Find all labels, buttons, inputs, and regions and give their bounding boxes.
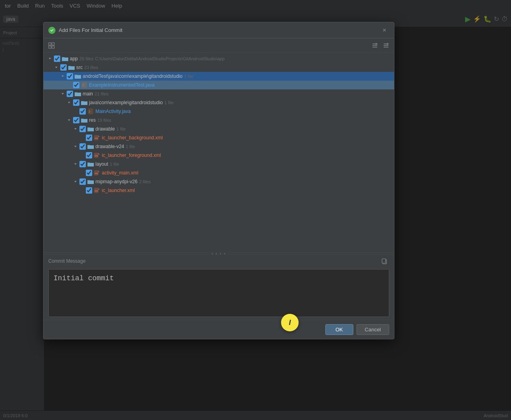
java-icon-MainActivity: J (87, 108, 94, 115)
toolbar-expand-all-icon[interactable] (381, 41, 391, 50)
tree-row-layout[interactable]: layout1 file (44, 160, 394, 168)
menu-item-vcs[interactable]: VCS (66, 2, 83, 10)
checkbox-main[interactable] (67, 91, 73, 97)
bug-icon[interactable]: 🐛 (483, 15, 491, 23)
tree-arrow-src[interactable] (53, 64, 59, 71)
tree-arrow-app[interactable] (47, 55, 53, 62)
tree-label-mipmap: mipmap-anydpi-v26 (95, 179, 137, 184)
checkbox-drawable_v24[interactable] (79, 143, 86, 150)
tree-arrow-java_main[interactable] (66, 99, 72, 106)
tree-row-ExampleInstrumentedTest[interactable]: JExampleInstrumentedTest.java (44, 81, 394, 89)
tree-arrow-androidTest[interactable] (59, 73, 66, 79)
tree-row-drawable_v24[interactable]: drawable-v241 file (44, 142, 394, 151)
tree-row-main[interactable]: main21 files (44, 89, 394, 98)
tree-arrow-res[interactable] (66, 117, 72, 123)
tree-label-ic_launcher_background: ic_launcher_background.xml (102, 135, 163, 141)
tree-meta-app: 26 files (79, 56, 93, 61)
tree-row-res[interactable]: res19 files (44, 116, 394, 125)
tree-path-app: C:\Users\DalonDidital\AndroidStudioProje… (95, 56, 225, 61)
cancel-button[interactable]: Cancel (357, 324, 389, 335)
checkbox-ExampleInstrumentedTest[interactable] (73, 82, 79, 88)
menu-item-window[interactable]: Window (83, 2, 108, 10)
checkbox-MainActivity[interactable] (79, 108, 86, 115)
svg-text:xml: xml (95, 137, 98, 139)
tree-row-mipmap[interactable]: mipmap-anydpi-v262 files (44, 177, 394, 186)
svg-rect-3 (49, 46, 51, 48)
tree-arrow-main[interactable] (59, 91, 66, 97)
commit-dialog: Add Files For Initial Commit × (43, 22, 394, 339)
file-tree[interactable]: app26 filesC:\Users\DalonDidital\Android… (44, 53, 394, 252)
profile-icon[interactable]: ⏱ (501, 16, 508, 23)
checkbox-ic_launcher_foreground[interactable] (86, 152, 92, 158)
tree-row-drawable[interactable]: drawable1 file (44, 125, 394, 133)
tree-row-ic_launcher_background[interactable]: xmlic_launcher_background.xml (44, 133, 394, 142)
status-right: AndroidStud (483, 413, 508, 418)
folder-icon-androidTest (75, 73, 81, 79)
tree-meta-layout: 1 file (110, 162, 119, 166)
tree-arrow-ic_launcher (79, 187, 85, 194)
svg-text:xml: xml (95, 155, 98, 157)
tree-arrow-activity_main (79, 170, 85, 176)
svg-marker-17 (68, 102, 70, 103)
menu-item-build[interactable]: Build (14, 2, 32, 10)
tree-label-drawable: drawable (95, 126, 115, 132)
tree-row-ic_launcher[interactable]: xmlic_launcher.xml (44, 186, 394, 195)
menu-item-tor[interactable]: tor (2, 2, 14, 10)
folder-icon-mipmap (87, 178, 94, 185)
dialog-close-button[interactable]: × (380, 26, 389, 35)
xml-icon-ic_launcher_foreground: xml (94, 152, 100, 158)
checkbox-androidTest[interactable] (67, 73, 73, 79)
tree-arrow-drawable[interactable] (72, 126, 79, 132)
panel-item-2: ) (2, 46, 42, 53)
checkbox-drawable[interactable] (79, 126, 86, 132)
checkbox-ic_launcher[interactable] (86, 187, 92, 194)
tree-row-MainActivity[interactable]: JMainActivity.java (44, 107, 394, 116)
svg-marker-23 (98, 135, 100, 137)
folder-icon-src (68, 64, 75, 71)
folder-icon-drawable_v24 (87, 143, 94, 150)
tree-arrow-drawable_v24[interactable] (72, 143, 79, 150)
checkbox-layout[interactable] (79, 161, 86, 167)
dialog-toolbar-left (47, 41, 56, 50)
svg-marker-27 (98, 153, 100, 155)
sync-icon[interactable]: ↻ (494, 15, 499, 23)
commit-label-bar: Commit Message (44, 255, 394, 267)
debug-icon[interactable]: ⚡ (473, 15, 481, 23)
tree-row-androidTest[interactable]: androidTest\java\com\example\gitandroids… (44, 72, 394, 81)
tree-arrow-MainActivity (72, 108, 79, 115)
menu-bar: tor Build Run Tools VCS Window Help (0, 0, 511, 11)
checkbox-app[interactable] (54, 55, 60, 62)
tree-label-app: app (70, 56, 78, 61)
checkbox-activity_main[interactable] (86, 170, 92, 176)
tree-arrow-layout[interactable] (72, 161, 79, 167)
folder-icon-res (81, 117, 87, 123)
tree-arrow-mipmap[interactable] (72, 178, 79, 185)
checkbox-ic_launcher_background[interactable] (86, 135, 92, 141)
svg-marker-11 (49, 58, 51, 59)
menu-item-run[interactable]: Run (32, 2, 48, 10)
tree-row-ic_launcher_foreground[interactable]: xmlic_launcher_foreground.xml (44, 151, 394, 160)
dialog-title-icon (48, 27, 55, 34)
dialog-titlebar: Add Files For Initial Commit × (44, 22, 394, 38)
checkbox-mipmap[interactable] (79, 178, 86, 185)
tree-row-java_main[interactable]: java\com\example\gitandroidstudio1 file (44, 98, 394, 107)
run-icon[interactable]: ▶ (465, 15, 471, 24)
tree-row-activity_main[interactable]: xmlactivity_main.xml (44, 168, 394, 177)
svg-rect-2 (52, 43, 54, 45)
status-bar: 0/1/2018 6:0 AndroidStud (0, 410, 511, 420)
toolbar-collapse-all-icon[interactable] (370, 41, 380, 50)
tree-row-src[interactable]: src23 files (44, 63, 394, 72)
checkbox-src[interactable] (60, 64, 67, 71)
toolbar-grid-icon[interactable] (47, 41, 56, 50)
menu-item-help[interactable]: Help (108, 2, 125, 10)
commit-copy-button[interactable] (380, 256, 389, 266)
breadcrumb-java[interactable]: java (3, 16, 18, 23)
checkbox-res[interactable] (73, 117, 79, 123)
tree-label-src: src (76, 65, 83, 70)
svg-marker-20 (68, 119, 70, 121)
ok-button[interactable]: OK (325, 324, 353, 335)
checkbox-java_main[interactable] (73, 99, 79, 106)
commit-message-input[interactable] (48, 269, 389, 317)
menu-item-tools[interactable]: Tools (48, 2, 66, 10)
tree-row-app[interactable]: app26 filesC:\Users\DalonDidital\Android… (44, 54, 394, 63)
